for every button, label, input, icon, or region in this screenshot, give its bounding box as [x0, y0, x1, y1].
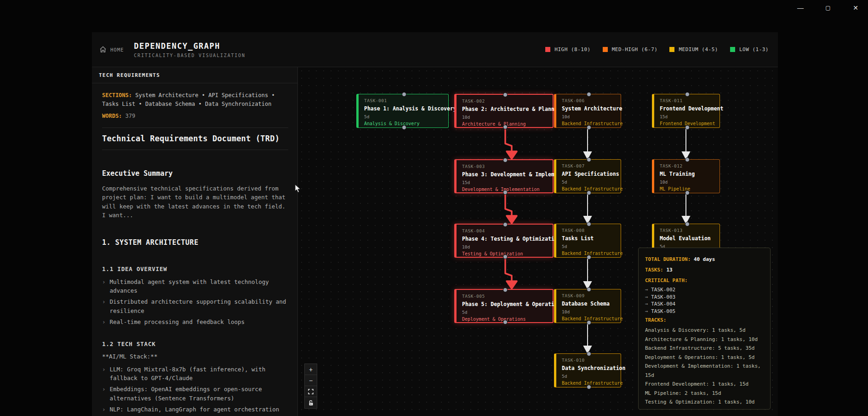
tech-stack-list: ›LLM: Groq Mixtral-8x7b (fast inference)…	[102, 365, 288, 414]
task-track: Analysis & Discovery	[364, 121, 444, 126]
task-node[interactable]: TASK-003 Phase 3: Development & Implemen…	[454, 159, 554, 193]
lock-icon	[308, 400, 314, 406]
task-track: Testing & Optimization	[462, 251, 548, 256]
task-track: Backend Infrastructure	[562, 251, 616, 256]
breadcrumb[interactable]: HOME	[99, 46, 124, 53]
track-summary-row: Architecture & Planning: 1 tasks, 10d	[645, 335, 764, 344]
section-1-2-heading: 1.2 TECH STACK	[102, 341, 288, 347]
sections-label: SECTIONS:	[102, 92, 132, 98]
task-title: Tasks List	[562, 235, 616, 242]
task-node[interactable]: TASK-006 System Architecture 10d Backend…	[554, 94, 621, 128]
graph-controls: + −	[304, 364, 317, 409]
words-label: WORDS:	[102, 113, 122, 119]
tracks-heading: TRACKS:	[645, 315, 764, 326]
minimize-icon[interactable]: —	[794, 3, 806, 13]
critical-path-item: → TASK-002	[645, 286, 764, 294]
task-id: TASK-005	[462, 294, 548, 299]
task-track: Deployment & Operations	[462, 317, 548, 322]
task-id: TASK-013	[660, 228, 715, 233]
list-item: ›Real-time processing and feedback loops	[102, 318, 288, 326]
task-node[interactable]: TASK-011 Frontend Development 15d Fronte…	[652, 94, 720, 128]
task-duration: 10d	[462, 115, 548, 120]
track-summary-row: Frontend Development: 1 tasks, 15d	[645, 380, 764, 389]
legend-item-low: LOW (1-3)	[730, 46, 769, 52]
legend-item-high: HIGH (8-10)	[545, 46, 590, 52]
sidebar-title: TECH REQUIREMENTS	[99, 72, 160, 78]
task-duration: 10d	[660, 179, 715, 185]
task-id: TASK-011	[660, 98, 715, 103]
zoom-in-button[interactable]: +	[305, 364, 317, 375]
close-icon[interactable]: ✕	[850, 3, 862, 13]
task-id: TASK-002	[462, 98, 548, 104]
legend-swatch-high	[545, 47, 550, 52]
home-icon	[99, 46, 107, 53]
legend-swatch-med-high	[603, 47, 608, 52]
maximize-icon[interactable]: ▢	[822, 3, 834, 13]
task-title: Frontend Development	[660, 105, 715, 112]
list-item: ›Distributed architecture supporting sca…	[102, 297, 288, 315]
list-item: ›NLP: LangChain, LangGraph for agent orc…	[102, 405, 288, 414]
task-title: Phase 2: Architecture & Planning	[462, 106, 548, 112]
critical-path-item: → TASK-004	[645, 300, 764, 308]
task-id: TASK-001	[364, 98, 444, 103]
task-track: Backend Infrastructure	[562, 186, 616, 191]
task-node[interactable]: TASK-008 Tasks List 5d Backend Infrastru…	[554, 224, 621, 258]
task-track: Backend Infrastructure	[562, 381, 616, 386]
task-title: ML Training	[660, 171, 715, 177]
task-node[interactable]: TASK-007 API Specifications 5d Backend I…	[554, 159, 621, 193]
stack-label: **AI/ML Stack:**	[102, 353, 288, 360]
resources-heading: RESOURCES:	[645, 407, 764, 410]
task-node[interactable]: TASK-004 Phase 4: Testing & Optimization…	[454, 224, 554, 258]
header-titles: DEPENDENCY_GRAPH CRITICALITY-BASED VISUA…	[134, 41, 245, 58]
task-duration: 5d	[364, 114, 444, 119]
task-node[interactable]: TASK-005 Phase 5: Deployment & Operation…	[454, 289, 554, 323]
track-summary-row: Analysis & Discovery: 1 tasks, 5d	[645, 326, 764, 335]
executive-summary-heading: Executive Summary	[102, 169, 288, 178]
task-node[interactable]: TASK-012 ML Training 10d ML Pipeline	[652, 159, 720, 193]
sidebar-document[interactable]: SECTIONS: System Architecture • API Spec…	[92, 83, 297, 414]
criticality-legend: HIGH (8-10) MED-HIGH (6-7) MEDIUM (4-5) …	[545, 46, 769, 52]
task-id: TASK-004	[462, 228, 548, 233]
critical-path-heading: CRITICAL PATH:	[645, 275, 764, 286]
task-id: TASK-006	[562, 98, 616, 103]
section-1-heading: 1. SYSTEM ARCHITECTURE	[102, 238, 288, 247]
legend-swatch-medium	[669, 47, 674, 52]
dependency-graph-canvas[interactable]: TASK-001 Phase 1: Analysis & Discovery 5…	[298, 67, 778, 416]
mouse-cursor-icon	[295, 184, 302, 193]
task-track: Frontend Development	[660, 121, 715, 126]
window-controls: — ▢ ✕	[794, 3, 862, 13]
task-node[interactable]: TASK-002 Phase 2: Architecture & Plannin…	[454, 94, 554, 128]
track-summary-row: ML Pipeline: 2 tasks, 15d	[645, 389, 764, 398]
fit-view-button[interactable]	[305, 386, 317, 397]
sections-meta: SECTIONS: System Architecture • API Spec…	[102, 91, 288, 109]
task-title: Phase 4: Testing & Optimization	[462, 236, 548, 242]
legend-item-med-high: MED-HIGH (6-7)	[603, 46, 658, 52]
task-title: Model Evaluation	[660, 235, 715, 242]
task-duration: 10d	[462, 244, 548, 249]
app-header: HOME DEPENDENCY_GRAPH CRITICALITY-BASED …	[92, 32, 778, 67]
fit-view-icon	[308, 389, 314, 394]
project-summary-panel: TOTAL DURATION: 40 days TASKS: 13 CRITIC…	[638, 248, 771, 410]
task-node[interactable]: TASK-010 Data Synchronization 5d Backend…	[554, 353, 621, 387]
task-title: System Architecture	[562, 105, 616, 112]
idea-overview-list: ›Multimodal agent system with latest tec…	[102, 277, 288, 327]
task-id: TASK-009	[562, 293, 616, 298]
zoom-out-button[interactable]: −	[305, 375, 317, 386]
track-summary-row: Testing & Optimization: 1 tasks, 10d	[645, 398, 764, 407]
task-id: TASK-003	[462, 164, 548, 169]
page-subtitle: CRITICALITY-BASED VISUALIZATION	[134, 53, 245, 58]
critical-path-item: → TASK-003	[645, 294, 764, 301]
task-title: API Specifications	[562, 171, 616, 177]
document-title: Technical Requirements Document (TRD)	[102, 134, 288, 150]
task-id: TASK-008	[562, 228, 616, 233]
task-node[interactable]: TASK-009 Database Schema 10d Backend Inf…	[554, 289, 621, 323]
task-title: Database Schema	[562, 300, 616, 307]
task-track: Backend Infrastructure	[562, 121, 616, 126]
task-node[interactable]: TASK-001 Phase 1: Analysis & Discovery 5…	[356, 94, 449, 128]
critical-path-item: → TASK-005	[645, 308, 764, 315]
task-track: Backend Infrastructure	[562, 316, 616, 321]
legend-swatch-low	[730, 47, 735, 52]
task-duration: 15d	[660, 114, 715, 119]
lock-button[interactable]	[305, 397, 317, 408]
task-duration: 5d	[562, 179, 616, 185]
